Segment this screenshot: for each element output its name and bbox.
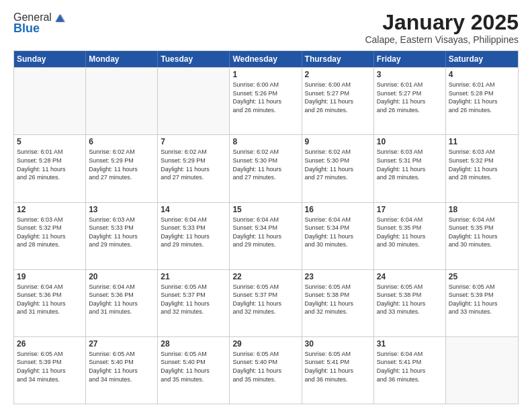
- calendar-header-cell: Sunday: [14, 51, 86, 67]
- cell-info-text: Sunrise: 6:00 AM Sunset: 5:27 PM Dayligh…: [305, 81, 371, 114]
- day-number: 25: [449, 272, 515, 281]
- calendar-header-cell: Tuesday: [158, 51, 230, 67]
- day-number: 28: [161, 339, 226, 349]
- cell-info-text: Sunrise: 6:03 AM Sunset: 5:33 PM Dayligh…: [89, 216, 154, 249]
- cell-info-text: Sunrise: 6:05 AM Sunset: 5:40 PM Dayligh…: [89, 350, 154, 383]
- calendar-cell: 3Sunrise: 6:01 AM Sunset: 5:27 PM Daylig…: [374, 68, 446, 134]
- cell-info-text: Sunrise: 6:04 AM Sunset: 5:35 PM Dayligh…: [449, 216, 515, 249]
- header: General Blue January 2025 Calape, Easter…: [13, 11, 519, 45]
- calendar-cell: [86, 68, 158, 134]
- calendar-cell: 9Sunrise: 6:02 AM Sunset: 5:30 PM Daylig…: [302, 135, 374, 201]
- calendar-cell: [14, 68, 86, 134]
- day-number: 17: [377, 205, 443, 214]
- cell-info-text: Sunrise: 6:02 AM Sunset: 5:29 PM Dayligh…: [89, 148, 154, 181]
- day-number: 16: [305, 205, 371, 214]
- day-number: 19: [17, 272, 83, 281]
- day-number: 27: [89, 339, 154, 349]
- day-number: 29: [232, 339, 298, 349]
- calendar-cell: 10Sunrise: 6:03 AM Sunset: 5:31 PM Dayli…: [374, 135, 446, 201]
- calendar-cell: 7Sunrise: 6:02 AM Sunset: 5:29 PM Daylig…: [158, 135, 230, 201]
- calendar-cell: 11Sunrise: 6:03 AM Sunset: 5:32 PM Dayli…: [446, 135, 518, 201]
- cell-info-text: Sunrise: 6:02 AM Sunset: 5:29 PM Dayligh…: [161, 148, 226, 181]
- page: General Blue January 2025 Calape, Easter…: [0, 0, 532, 411]
- day-number: 24: [377, 272, 443, 281]
- calendar-header-cell: Friday: [374, 51, 446, 67]
- cell-info-text: Sunrise: 6:05 AM Sunset: 5:38 PM Dayligh…: [305, 283, 371, 316]
- cell-info-text: Sunrise: 6:03 AM Sunset: 5:32 PM Dayligh…: [17, 216, 83, 249]
- calendar-header-cell: Saturday: [446, 51, 518, 67]
- day-number: 18: [449, 205, 515, 214]
- day-number: 20: [89, 272, 154, 281]
- calendar-body: 1Sunrise: 6:00 AM Sunset: 5:26 PM Daylig…: [14, 67, 518, 404]
- cell-info-text: Sunrise: 6:04 AM Sunset: 5:35 PM Dayligh…: [377, 216, 443, 249]
- day-number: 9: [305, 137, 371, 146]
- day-number: 23: [305, 272, 371, 281]
- calendar-cell: 4Sunrise: 6:01 AM Sunset: 5:28 PM Daylig…: [446, 68, 518, 134]
- calendar-cell: 28Sunrise: 6:05 AM Sunset: 5:40 PM Dayli…: [158, 337, 230, 404]
- calendar-cell: 15Sunrise: 6:04 AM Sunset: 5:34 PM Dayli…: [230, 203, 302, 269]
- calendar-cell: 22Sunrise: 6:05 AM Sunset: 5:37 PM Dayli…: [230, 270, 302, 336]
- cell-info-text: Sunrise: 6:04 AM Sunset: 5:36 PM Dayligh…: [17, 283, 83, 316]
- calendar-cell: 6Sunrise: 6:02 AM Sunset: 5:29 PM Daylig…: [86, 135, 158, 201]
- calendar-cell: 19Sunrise: 6:04 AM Sunset: 5:36 PM Dayli…: [14, 270, 86, 336]
- day-number: 1: [232, 70, 298, 79]
- day-number: 8: [232, 137, 298, 146]
- day-number: 15: [232, 205, 298, 214]
- cell-info-text: Sunrise: 6:02 AM Sunset: 5:30 PM Dayligh…: [305, 148, 371, 181]
- day-number: 21: [161, 272, 226, 281]
- day-number: 5: [17, 137, 83, 146]
- cell-info-text: Sunrise: 6:03 AM Sunset: 5:32 PM Dayligh…: [449, 148, 515, 181]
- day-number: 26: [17, 339, 83, 349]
- calendar-cell: 25Sunrise: 6:05 AM Sunset: 5:39 PM Dayli…: [446, 270, 518, 336]
- calendar-cell: 18Sunrise: 6:04 AM Sunset: 5:35 PM Dayli…: [446, 203, 518, 269]
- calendar-week-row: 26Sunrise: 6:05 AM Sunset: 5:39 PM Dayli…: [14, 336, 518, 404]
- calendar-cell: 12Sunrise: 6:03 AM Sunset: 5:32 PM Dayli…: [14, 203, 86, 269]
- cell-info-text: Sunrise: 6:05 AM Sunset: 5:39 PM Dayligh…: [17, 350, 83, 383]
- calendar-header-cell: Monday: [86, 51, 158, 67]
- calendar-title: January 2025: [365, 11, 519, 34]
- calendar-cell: [158, 68, 230, 134]
- calendar-cell: 13Sunrise: 6:03 AM Sunset: 5:33 PM Dayli…: [86, 203, 158, 269]
- cell-info-text: Sunrise: 6:04 AM Sunset: 5:36 PM Dayligh…: [89, 283, 154, 316]
- calendar-cell: 31Sunrise: 6:04 AM Sunset: 5:41 PM Dayli…: [374, 337, 446, 404]
- day-number: 7: [161, 137, 226, 146]
- calendar-cell: 2Sunrise: 6:00 AM Sunset: 5:27 PM Daylig…: [302, 68, 374, 134]
- cell-info-text: Sunrise: 6:02 AM Sunset: 5:30 PM Dayligh…: [232, 148, 298, 181]
- calendar-week-row: 5Sunrise: 6:01 AM Sunset: 5:28 PM Daylig…: [14, 134, 518, 201]
- logo: General Blue: [13, 11, 66, 36]
- calendar: SundayMondayTuesdayWednesdayThursdayFrid…: [13, 50, 519, 404]
- cell-info-text: Sunrise: 6:05 AM Sunset: 5:40 PM Dayligh…: [161, 350, 226, 383]
- calendar-week-row: 1Sunrise: 6:00 AM Sunset: 5:26 PM Daylig…: [14, 67, 518, 134]
- calendar-cell: 17Sunrise: 6:04 AM Sunset: 5:35 PM Dayli…: [374, 203, 446, 269]
- cell-info-text: Sunrise: 6:00 AM Sunset: 5:26 PM Dayligh…: [232, 81, 298, 114]
- calendar-cell: 1Sunrise: 6:00 AM Sunset: 5:26 PM Daylig…: [230, 68, 302, 134]
- cell-info-text: Sunrise: 6:01 AM Sunset: 5:28 PM Dayligh…: [449, 81, 515, 114]
- calendar-subtitle: Calape, Eastern Visayas, Philippines: [365, 34, 519, 45]
- calendar-cell: 20Sunrise: 6:04 AM Sunset: 5:36 PM Dayli…: [86, 270, 158, 336]
- calendar-header-cell: Wednesday: [230, 51, 302, 67]
- calendar-week-row: 19Sunrise: 6:04 AM Sunset: 5:36 PM Dayli…: [14, 269, 518, 336]
- cell-info-text: Sunrise: 6:05 AM Sunset: 5:38 PM Dayligh…: [377, 283, 443, 316]
- day-number: 13: [89, 205, 154, 214]
- calendar-cell: 14Sunrise: 6:04 AM Sunset: 5:33 PM Dayli…: [158, 203, 230, 269]
- day-number: 14: [161, 205, 226, 214]
- cell-info-text: Sunrise: 6:05 AM Sunset: 5:40 PM Dayligh…: [232, 350, 298, 383]
- cell-info-text: Sunrise: 6:04 AM Sunset: 5:34 PM Dayligh…: [232, 216, 298, 249]
- calendar-week-row: 12Sunrise: 6:03 AM Sunset: 5:32 PM Dayli…: [14, 202, 518, 269]
- calendar-cell: 21Sunrise: 6:05 AM Sunset: 5:37 PM Dayli…: [158, 270, 230, 336]
- cell-info-text: Sunrise: 6:04 AM Sunset: 5:41 PM Dayligh…: [377, 350, 443, 383]
- cell-info-text: Sunrise: 6:04 AM Sunset: 5:33 PM Dayligh…: [161, 216, 226, 249]
- day-number: 4: [449, 70, 515, 79]
- calendar-cell: 8Sunrise: 6:02 AM Sunset: 5:30 PM Daylig…: [230, 135, 302, 201]
- calendar-cell: 26Sunrise: 6:05 AM Sunset: 5:39 PM Dayli…: [14, 337, 86, 404]
- day-number: 31: [377, 339, 443, 349]
- title-block: January 2025 Calape, Eastern Visayas, Ph…: [365, 11, 519, 45]
- day-number: 22: [232, 272, 298, 281]
- calendar-cell: [446, 337, 518, 404]
- cell-info-text: Sunrise: 6:01 AM Sunset: 5:27 PM Dayligh…: [377, 81, 443, 114]
- day-number: 30: [305, 339, 371, 349]
- cell-info-text: Sunrise: 6:01 AM Sunset: 5:28 PM Dayligh…: [17, 148, 83, 181]
- calendar-cell: 27Sunrise: 6:05 AM Sunset: 5:40 PM Dayli…: [86, 337, 158, 404]
- calendar-cell: 5Sunrise: 6:01 AM Sunset: 5:28 PM Daylig…: [14, 135, 86, 201]
- calendar-cell: 23Sunrise: 6:05 AM Sunset: 5:38 PM Dayli…: [302, 270, 374, 336]
